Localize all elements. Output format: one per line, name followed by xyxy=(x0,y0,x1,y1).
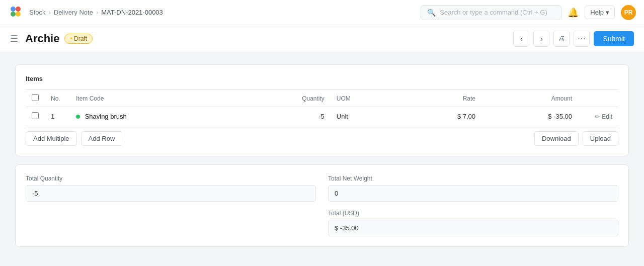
row-quantity: -5 xyxy=(238,107,331,126)
total-usd-label: Total (USD) xyxy=(328,210,618,217)
print-icon: 🖨 xyxy=(558,35,565,42)
table-footer: Add Multiple Add Row Download Upload xyxy=(26,131,618,146)
header-item-code: Item Code xyxy=(70,90,238,107)
app-logo[interactable] xyxy=(8,4,23,21)
svg-point-0 xyxy=(8,4,23,19)
breadcrumb-current: MAT-DN-2021-00003 xyxy=(101,9,163,16)
total-quantity-section: Total Quantity -5 xyxy=(26,175,316,236)
items-table: No. Item Code Quantity UOM Rate xyxy=(26,90,618,126)
breadcrumb-sep-2: › xyxy=(96,9,98,16)
status-dot: • xyxy=(70,35,72,42)
total-net-weight-label: Total Net Weight xyxy=(328,175,618,182)
row-uom: Unit xyxy=(331,107,400,126)
help-button[interactable]: Help ▾ xyxy=(585,6,615,19)
header-rate: Rate xyxy=(400,90,481,107)
topnav-actions: 🔔 Help ▾ PR xyxy=(568,5,636,20)
subheader-actions: ‹ › 🖨 ··· Submit xyxy=(513,31,634,47)
table-footer-left: Add Multiple Add Row xyxy=(26,131,122,146)
table-header-row: No. Item Code Quantity UOM Rate xyxy=(26,90,618,107)
breadcrumb-stock[interactable]: Stock xyxy=(29,9,46,16)
hamburger-icon[interactable]: ☰ xyxy=(10,33,18,44)
breadcrumb-sep-1: › xyxy=(49,9,51,16)
print-button[interactable]: 🖨 xyxy=(553,31,570,47)
search-bar[interactable]: 🔍 Search or type a command (Ctrl + G) xyxy=(421,5,561,20)
total-net-weight-section: Total Net Weight 0 xyxy=(328,175,618,202)
items-section-title: Items xyxy=(26,75,618,82)
header-no: No. xyxy=(45,90,70,107)
row-amount: $ -35.00 xyxy=(481,107,578,126)
more-icon: ··· xyxy=(578,34,586,43)
header-uom: UOM xyxy=(331,90,400,107)
submit-button[interactable]: Submit xyxy=(594,31,634,46)
document-title: Archie xyxy=(25,32,59,45)
svg-point-3 xyxy=(11,12,16,17)
header-checkbox-cell xyxy=(26,90,45,107)
avatar[interactable]: PR xyxy=(621,5,636,20)
row-rate: $ 7.00 xyxy=(400,107,481,126)
row-item-code: Shaving brush xyxy=(70,107,238,126)
status-label: Draft xyxy=(74,35,87,42)
notifications-icon[interactable]: 🔔 xyxy=(568,7,579,18)
header-quantity: Quantity xyxy=(238,90,331,107)
svg-point-4 xyxy=(16,12,21,17)
row-actions: ✏ Edit xyxy=(578,107,618,126)
select-all-checkbox[interactable] xyxy=(32,94,39,101)
svg-point-1 xyxy=(11,7,16,12)
search-icon: 🔍 xyxy=(427,9,436,17)
more-options-button[interactable]: ··· xyxy=(574,31,590,47)
row-no: 1 xyxy=(45,107,70,126)
status-badge: • Draft xyxy=(64,34,93,44)
svg-point-2 xyxy=(16,7,21,12)
total-net-weight-value: 0 xyxy=(328,185,618,202)
row-checkbox[interactable] xyxy=(32,112,39,119)
header-amount: Amount xyxy=(481,90,578,107)
totals-card: Total Quantity -5 Total Net Weight 0 Tot… xyxy=(15,164,629,247)
add-multiple-button[interactable]: Add Multiple xyxy=(26,131,77,146)
edit-row-button[interactable]: ✏ Edit xyxy=(595,113,612,120)
top-navigation: Stock › Delivery Note › MAT-DN-2021-0000… xyxy=(0,0,644,25)
total-quantity-value: -5 xyxy=(26,185,316,202)
next-button[interactable]: › xyxy=(533,31,549,47)
breadcrumb-delivery-note[interactable]: Delivery Note xyxy=(54,9,93,16)
prev-button[interactable]: ‹ xyxy=(513,31,529,47)
total-quantity-label: Total Quantity xyxy=(26,175,316,182)
search-placeholder: Search or type a command (Ctrl + G) xyxy=(440,9,547,16)
totals-grid: Total Quantity -5 Total Net Weight 0 Tot… xyxy=(26,175,618,236)
subheader: ☰ Archie • Draft ‹ › 🖨 ··· Submit xyxy=(0,25,644,52)
edit-icon: ✏ xyxy=(595,113,600,120)
download-button[interactable]: Download xyxy=(534,131,579,146)
main-content: Items No. Item Code Quantity xyxy=(5,52,639,266)
total-usd-value: $ -35.00 xyxy=(328,220,618,236)
edit-label: Edit xyxy=(602,113,612,120)
total-usd-section: Total (USD) $ -35.00 xyxy=(328,210,618,236)
help-chevron-icon: ▾ xyxy=(606,9,609,16)
upload-button[interactable]: Upload xyxy=(583,131,618,146)
add-row-button[interactable]: Add Row xyxy=(81,131,123,146)
breadcrumb: Stock › Delivery Note › MAT-DN-2021-0000… xyxy=(29,9,421,16)
help-label: Help xyxy=(590,9,604,16)
row-checkbox-cell xyxy=(26,107,45,126)
table-footer-right: Download Upload xyxy=(534,131,618,146)
items-card: Items No. Item Code Quantity xyxy=(15,64,629,156)
totals-right-section: Total Net Weight 0 Total (USD) $ -35.00 xyxy=(328,175,618,236)
header-actions-cell xyxy=(578,90,618,107)
item-status-dot xyxy=(76,115,80,119)
table-row: 1 Shaving brush -5 Unit $ 7.00 xyxy=(26,107,618,126)
row-item-name: Shaving brush xyxy=(85,113,127,120)
